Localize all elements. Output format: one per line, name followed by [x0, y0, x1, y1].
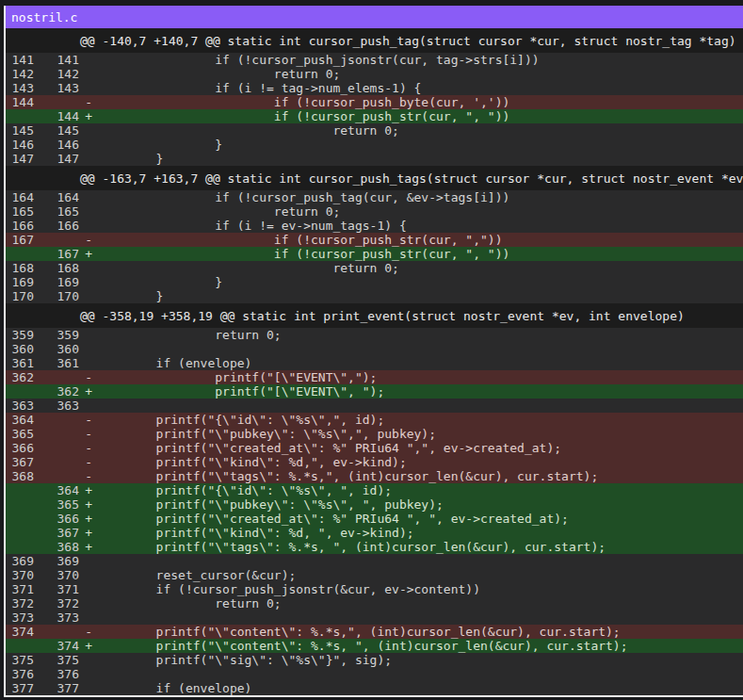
code-text: }: [92, 152, 743, 166]
new-line-number: 362: [34, 384, 79, 399]
change-sign: -: [79, 625, 92, 639]
old-line-number: 367: [6, 455, 34, 469]
new-line-number: 375: [34, 653, 79, 667]
code-text: printf("[\"EVENT\", ");: [92, 384, 743, 399]
diff-line: 367 + printf("\"kind\": %d, ", ev->kind)…: [6, 526, 743, 540]
code-text: return 0;: [92, 204, 743, 219]
hunk-lines: 141 141 if (!cursor_push_jsonstr(cur, ta…: [6, 53, 743, 166]
code-text: printf("\"created_at\": %" PRIu64 ",", e…: [92, 441, 743, 455]
change-sign: [79, 554, 92, 568]
code-text: [92, 610, 743, 625]
change-sign: +: [79, 384, 92, 399]
hunk-header-text: @@ -163,7 +163,7 @@ static int cursor_pu…: [80, 171, 743, 186]
new-line-number: 377: [34, 681, 79, 695]
code-text: printf("\"pubkey\": \"%s\",", pubkey);: [92, 427, 743, 441]
diff-line: 369 369: [6, 554, 743, 568]
new-line-number: 170: [34, 289, 79, 303]
old-line-number: 360: [6, 342, 34, 356]
diff-line: 164 164 if (!cursor_push_tag(cur, &ev->t…: [6, 190, 743, 204]
change-sign: +: [79, 639, 92, 653]
old-line-number: [6, 247, 34, 261]
old-line-number: 366: [6, 441, 34, 455]
code-text: if (!cursor_push_str(cur, ",")): [92, 233, 743, 247]
change-sign: -: [79, 427, 92, 441]
new-line-number: [34, 95, 79, 109]
old-line-number: [6, 512, 34, 526]
diff-line: 372 372 return 0;: [6, 596, 743, 610]
old-line-number: [6, 540, 34, 554]
diff-line: 374 - printf("\"content\": %.*s,", (int)…: [6, 625, 743, 639]
change-sign: [79, 123, 92, 138]
old-line-number: 365: [6, 427, 34, 441]
change-sign: [79, 568, 92, 582]
diff-line: 169 169 }: [6, 275, 743, 289]
old-line-number: 144: [6, 95, 34, 109]
new-line-number: 374: [34, 639, 79, 653]
code-text: [92, 667, 743, 681]
diff-line: 361 361 if (envelope): [6, 356, 743, 370]
diff-line: 144 - if (!cursor_push_byte(cur, ',')): [6, 95, 743, 109]
code-text: printf("\"sig\": \"%s\"}", sig);: [92, 653, 743, 667]
change-sign: +: [79, 512, 92, 526]
code-text: printf("{\"id\": \"%s\",", id);: [92, 413, 743, 427]
diff-line: 143 143 if (i != tag->num_elems-1) {: [6, 81, 743, 95]
new-line-number: [34, 625, 79, 639]
code-text: printf("\"created_at\": %" PRIu64 ", ", …: [92, 512, 743, 526]
change-sign: +: [79, 497, 92, 512]
diff-window: nostril.c @@ -140,7 +140,7 @@ static int…: [4, 6, 743, 697]
old-line-number: 373: [6, 610, 34, 625]
change-sign: [79, 204, 92, 219]
diff-line: 141 141 if (!cursor_push_jsonstr(cur, ta…: [6, 53, 743, 67]
old-line-number: 364: [6, 413, 34, 427]
old-line-number: 362: [6, 370, 34, 384]
new-line-number: 144: [34, 109, 79, 123]
change-sign: [79, 261, 92, 275]
new-line-number: 365: [34, 497, 79, 512]
new-line-number: 370: [34, 568, 79, 582]
diff-line: 166 166 if (i != ev->num_tags-1) {: [6, 219, 743, 233]
change-sign: [79, 219, 92, 233]
change-sign: [79, 610, 92, 625]
old-line-number: 368: [6, 469, 34, 483]
new-line-number: 364: [34, 483, 79, 497]
code-text: [92, 342, 743, 356]
change-sign: -: [79, 370, 92, 384]
old-line-number: 143: [6, 81, 34, 95]
new-line-number: 167: [34, 247, 79, 261]
diff-line: 167 + if (!cursor_push_str(cur, ", ")): [6, 247, 743, 261]
new-line-number: [34, 413, 79, 427]
change-sign: [79, 653, 92, 667]
diff-line: 360 360: [6, 342, 743, 356]
diff-line: 167 - if (!cursor_push_str(cur, ",")): [6, 233, 743, 247]
hunk-lines: 164 164 if (!cursor_push_tag(cur, &ev->t…: [6, 190, 743, 303]
code-text: if (!cursor_push_str(cur, ", ")): [92, 247, 743, 261]
new-line-number: [34, 233, 79, 247]
new-line-number: 141: [34, 53, 79, 67]
new-line-number: 360: [34, 342, 79, 356]
change-sign: -: [79, 469, 92, 483]
hunk-lines: 359 359 return 0; 360 360 361 361 if (en…: [6, 328, 743, 695]
change-sign: -: [79, 233, 92, 247]
code-text: }: [92, 138, 743, 152]
diff-line: 368 - printf("\"tags\": %.*s,", (int)cur…: [6, 469, 743, 483]
code-text: printf("\"content\": %.*s, ", (int)curso…: [92, 639, 743, 653]
old-line-number: [6, 526, 34, 540]
old-line-number: 371: [6, 582, 34, 596]
diff-hunk: @@ -163,7 +163,7 @@ static int cursor_pu…: [6, 166, 743, 303]
old-line-number: 166: [6, 219, 34, 233]
new-line-number: 146: [34, 138, 79, 152]
file-name: nostril.c: [11, 10, 77, 24]
code-text: [92, 399, 743, 413]
diff-line: 375 375 printf("\"sig\": \"%s\"}", sig);: [6, 653, 743, 667]
diff-line: 377 377 if (envelope): [6, 681, 743, 695]
change-sign: -: [79, 441, 92, 455]
code-text: if (!cursor_push_jsonstr(&cur, ev->conte…: [92, 582, 743, 596]
diff-line: 170 170 }: [6, 289, 743, 303]
new-line-number: [34, 469, 79, 483]
diff-line: 373 373: [6, 610, 743, 625]
change-sign: [79, 596, 92, 610]
diff-line: 365 + printf("\"pubkey\": \"%s\", ", pub…: [6, 497, 743, 512]
code-text: }: [92, 275, 743, 289]
diff-line: 371 371 if (!cursor_push_jsonstr(&cur, e…: [6, 582, 743, 596]
old-line-number: 372: [6, 596, 34, 610]
